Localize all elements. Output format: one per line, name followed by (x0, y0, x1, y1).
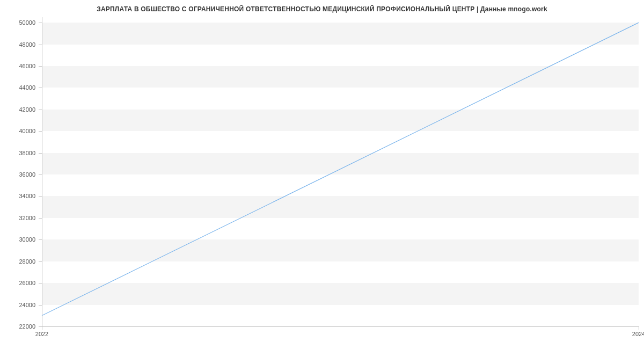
y-tick-label: 26000 (3, 280, 35, 286)
y-tick-label: 50000 (3, 19, 35, 26)
y-tick-label: 30000 (3, 236, 35, 243)
y-tick-label: 38000 (3, 150, 35, 156)
y-tick (39, 110, 42, 110)
chart-title: ЗАРПЛАТА В ОБШЕСТВО С ОГРАНИЧЕННОЙ ОТВЕТ… (0, 5, 644, 13)
y-axis-line (42, 17, 42, 326)
y-tick-label: 34000 (3, 193, 35, 199)
y-tick-label: 36000 (3, 171, 35, 178)
y-tick (39, 153, 42, 154)
y-tick (39, 305, 42, 306)
y-tick (39, 239, 42, 240)
y-tick (39, 66, 42, 67)
y-tick (39, 261, 42, 262)
y-tick-label: 44000 (3, 84, 35, 91)
y-tick-label: 24000 (3, 302, 35, 308)
y-tick-label: 28000 (3, 258, 35, 265)
plot-area (42, 17, 639, 326)
y-tick-label: 42000 (3, 106, 35, 113)
chart-line-svg (42, 17, 639, 326)
y-tick (39, 283, 42, 283)
x-tick-label: 2022 (35, 331, 48, 337)
x-axis-line (42, 326, 639, 327)
y-tick (39, 218, 42, 219)
y-tick-label: 48000 (3, 41, 35, 48)
y-tick (39, 196, 42, 197)
y-tick (39, 88, 42, 88)
x-tick-label: 2024 (632, 331, 644, 337)
chart-container: ЗАРПЛАТА В ОБШЕСТВО С ОГРАНИЧЕННОЙ ОТВЕТ… (0, 0, 644, 349)
y-tick-label: 22000 (3, 323, 35, 330)
y-tick (39, 23, 42, 23)
y-tick (39, 174, 42, 175)
y-tick-label: 32000 (3, 215, 35, 221)
y-tick-label: 40000 (3, 128, 35, 134)
x-tick (42, 326, 42, 330)
y-tick-label: 46000 (3, 63, 35, 69)
data-line (42, 23, 639, 316)
x-tick (639, 326, 639, 330)
y-tick (39, 45, 42, 45)
y-tick (39, 131, 42, 132)
